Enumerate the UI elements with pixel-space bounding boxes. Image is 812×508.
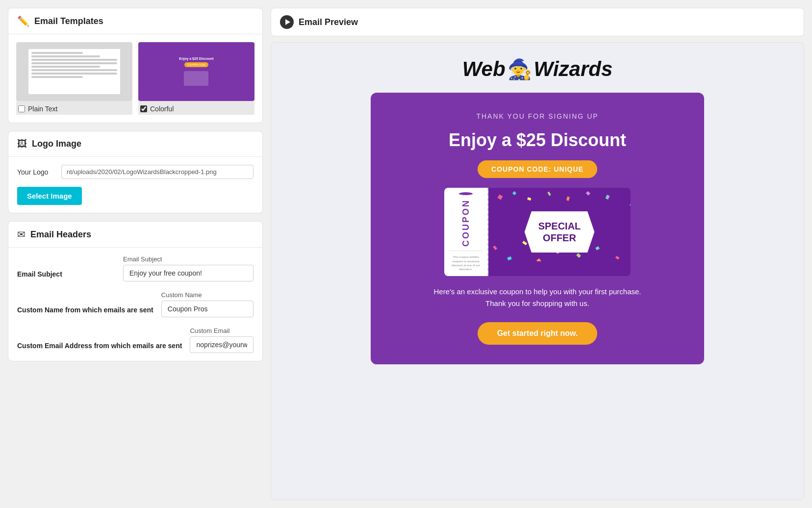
custom-email-field-label: Custom Email bbox=[190, 327, 254, 334]
form-group-subject: Email Subject Email Subject bbox=[17, 255, 254, 281]
form-group-custom-name-right: Custom Name bbox=[161, 291, 254, 317]
image-icon: 🖼 bbox=[17, 138, 27, 150]
svg-rect-12 bbox=[576, 253, 581, 258]
special-offer-text2: OFFER bbox=[538, 232, 581, 244]
svg-rect-1 bbox=[512, 191, 516, 195]
coupon-code-badge: COUPON CODE: UNIQUE bbox=[478, 160, 597, 178]
coupon-circle bbox=[459, 192, 473, 195]
special-offer-badge: SPECIAL OFFER bbox=[525, 211, 595, 253]
plain-line bbox=[31, 73, 117, 75]
template-plain-thumb[interactable] bbox=[16, 42, 132, 101]
svg-rect-13 bbox=[595, 246, 600, 251]
coupon-right: SPECIAL OFFER bbox=[488, 188, 631, 276]
email-description-line2: Thank you for shopping with us. bbox=[485, 299, 589, 307]
coupon-code-label: COUPON CODE: bbox=[491, 165, 551, 173]
colorful-preview: Enjoy a $25 Discount COUPON CODE bbox=[151, 49, 242, 95]
logo-image-title: Logo Image bbox=[32, 139, 81, 149]
svg-rect-7 bbox=[493, 246, 497, 250]
email-subject-field-label: Email Subject bbox=[123, 255, 254, 263]
plain-line bbox=[31, 76, 83, 78]
svg-rect-10 bbox=[536, 258, 541, 261]
template-plain-label-row: Plain Text bbox=[16, 101, 132, 115]
colorful-preview-badge: COUPON CODE bbox=[184, 62, 209, 67]
select-image-button[interactable]: Select Image bbox=[17, 187, 82, 205]
brand-wizard-icon: 🧙 bbox=[508, 58, 532, 81]
template-plain[interactable]: Plain Text bbox=[16, 42, 132, 115]
coupon-visual: COUPON This coupon entitles recipient to… bbox=[444, 188, 631, 276]
svg-rect-15 bbox=[630, 202, 631, 207]
svg-rect-5 bbox=[586, 191, 590, 196]
preview-content-card: Web 🧙 Wizards THANK YOU FOR SIGNING UP E… bbox=[271, 42, 804, 500]
form-group-custom-name: Custom Name from which emails are sent C… bbox=[17, 291, 254, 317]
plain-line bbox=[31, 62, 117, 64]
colorful-preview-text1: Enjoy a $25 Discount bbox=[179, 57, 213, 60]
svg-rect-8 bbox=[507, 256, 512, 260]
logo-section-body: Your Logo Select Image bbox=[8, 157, 262, 213]
template-colorful-checkbox[interactable] bbox=[140, 105, 147, 112]
svg-rect-9 bbox=[522, 241, 527, 245]
email-headers-header: ✉ Email Headers bbox=[8, 222, 262, 248]
email-headers-title: Email Headers bbox=[30, 229, 91, 240]
form-group-custom-name-label: Custom Name from which emails are sent bbox=[17, 291, 153, 314]
logo-image-section: 🖼 Logo Image Your Logo Select Image bbox=[8, 131, 263, 213]
email-templates-title: Email Templates bbox=[34, 16, 103, 26]
email-templates-header: ✏️ Email Templates bbox=[8, 8, 262, 34]
template-plain-label: Plain Text bbox=[28, 105, 57, 113]
plain-line bbox=[31, 55, 100, 57]
email-description-line1: Here's an exclusive coupon to help you w… bbox=[433, 287, 641, 296]
template-colorful-label: Colorful bbox=[150, 105, 174, 113]
special-offer-text1: SPECIAL bbox=[538, 220, 581, 232]
logo-row: Your Logo bbox=[17, 165, 254, 179]
plain-preview bbox=[28, 49, 120, 95]
template-colorful[interactable]: Enjoy a $25 Discount COUPON CODE Colorfu… bbox=[138, 42, 254, 115]
email-icon: ✉ bbox=[17, 229, 25, 240]
coupon-fine-print: This coupon entitles recipient to exclus… bbox=[449, 255, 482, 272]
email-body-preview: THANK YOU FOR SIGNING UP Enjoy a $25 Dis… bbox=[371, 93, 704, 364]
left-panel: ✏️ Email Templates bbox=[8, 8, 263, 500]
form-group-custom-email-right: Custom Email bbox=[190, 327, 254, 353]
headers-body: Email Subject Email Subject Custom Name … bbox=[8, 248, 262, 361]
preview-play-icon bbox=[280, 15, 294, 29]
plain-line bbox=[31, 52, 83, 54]
custom-name-input[interactable] bbox=[161, 301, 254, 317]
email-subject-input[interactable] bbox=[123, 265, 254, 281]
template-colorful-thumb[interactable]: Enjoy a $25 Discount COUPON CODE bbox=[138, 42, 254, 101]
coupon-left: COUPON This coupon entitles recipient to… bbox=[444, 188, 488, 276]
coupon-code-value: UNIQUE bbox=[554, 165, 583, 173]
plain-line bbox=[31, 69, 117, 71]
brand-logo: Web 🧙 Wizards bbox=[462, 57, 613, 81]
form-group-custom-email: Custom Email Address from which emails a… bbox=[17, 327, 254, 353]
email-headers-section: ✉ Email Headers Email Subject Email Subj… bbox=[8, 221, 263, 361]
templates-grid: Plain Text Enjoy a $25 Discount COUPON C… bbox=[8, 34, 262, 123]
logo-image-header: 🖼 Logo Image bbox=[8, 131, 262, 157]
form-group-subject-right: Email Subject bbox=[123, 255, 254, 281]
plain-line bbox=[31, 59, 117, 61]
pencil-icon: ✏️ bbox=[17, 15, 29, 27]
svg-rect-2 bbox=[527, 197, 531, 201]
form-group-subject-label: Email Subject bbox=[17, 255, 115, 278]
logo-input[interactable] bbox=[61, 165, 254, 179]
plain-line bbox=[31, 66, 100, 68]
svg-rect-0 bbox=[498, 195, 503, 200]
preview-header-card: Email Preview bbox=[271, 8, 804, 36]
email-thank-you: THANK YOU FOR SIGNING UP bbox=[476, 112, 598, 120]
svg-rect-14 bbox=[615, 256, 620, 260]
email-templates-section: ✏️ Email Templates bbox=[8, 8, 263, 123]
svg-rect-4 bbox=[566, 197, 570, 201]
logo-label: Your Logo bbox=[17, 168, 56, 176]
coupon-vertical-text: COUPON bbox=[461, 199, 471, 247]
custom-name-field-label: Custom Name bbox=[161, 291, 254, 299]
email-discount-title: Enjoy a $25 Discount bbox=[449, 130, 626, 151]
preview-title: Email Preview bbox=[299, 17, 358, 27]
get-started-button[interactable]: Get started right now. bbox=[478, 322, 598, 345]
right-panel: Email Preview Web 🧙 Wizards THANK YOU FO… bbox=[271, 8, 804, 500]
custom-email-input[interactable] bbox=[190, 336, 254, 353]
template-plain-checkbox[interactable] bbox=[18, 105, 25, 112]
brand-text-wizards: Wizards bbox=[534, 57, 613, 81]
form-group-custom-email-label: Custom Email Address from which emails a… bbox=[17, 327, 182, 350]
svg-rect-6 bbox=[606, 195, 610, 200]
template-colorful-label-row: Colorful bbox=[138, 101, 254, 115]
svg-rect-3 bbox=[547, 192, 551, 196]
brand-text-web: Web bbox=[462, 57, 506, 81]
email-description: Here's an exclusive coupon to help you w… bbox=[433, 286, 641, 309]
